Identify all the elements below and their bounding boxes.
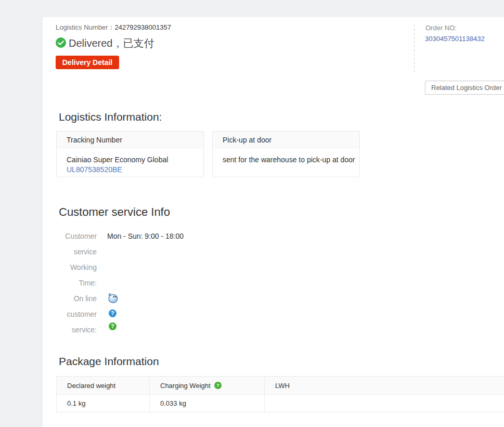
- related-logistics-order-button[interactable]: Related Logistics Order: [425, 81, 504, 95]
- online-customer-service-icons: ? ?: [108, 293, 120, 330]
- declared-weight-value-text: 0.1 kg: [67, 399, 85, 407]
- tracking-carrier-name: Cainiao Super Economy Global: [67, 155, 193, 165]
- cs-label-line: Working: [43, 260, 97, 275]
- package-table-data-row: 0.1 kg 0.033 kg: [56, 395, 504, 412]
- pickup-card-body: sent for the warehouse to pick-up at doo…: [213, 148, 359, 165]
- wangwang-chat-icon[interactable]: [108, 293, 120, 309]
- package-information-table: Declared weight Charging Weight ? LWH 0.…: [56, 376, 504, 412]
- order-no-link[interactable]: 3030457501138432: [425, 35, 485, 43]
- pickup-card-text: sent for the warehouse to pick-up at doo…: [223, 155, 350, 165]
- cs-label-line: Time:: [43, 275, 97, 291]
- help-green-icon[interactable]: ?: [108, 322, 120, 330]
- lwh-header: LWH: [265, 377, 504, 394]
- package-information-title: Package Information: [59, 355, 159, 368]
- declared-weight-header-label: Declared weight: [67, 382, 115, 390]
- tracking-number-card-header: Tracking Number: [57, 132, 203, 148]
- cs-label-line: Customer: [43, 228, 97, 244]
- delivery-detail-button[interactable]: Delivery Detail: [56, 56, 119, 69]
- logistics-number-value: 242792938001357: [114, 23, 171, 31]
- help-blue-icon[interactable]: ?: [108, 309, 120, 317]
- vertical-dashed-divider: [414, 24, 415, 74]
- working-time-value: Mon - Sun: 9:00 - 18:00: [107, 228, 184, 244]
- lwh-header-label: LWH: [275, 382, 290, 390]
- pickup-at-door-card: Pick-up at door sent for the warehouse t…: [212, 131, 360, 177]
- lwh-value: [265, 395, 504, 412]
- logistics-number-row: Logistics Number：242792938001357: [56, 23, 171, 32]
- svg-text:?: ?: [216, 382, 219, 388]
- check-circle-icon: [56, 37, 66, 48]
- declared-weight-value: 0.1 kg: [56, 395, 150, 412]
- charging-weight-header-label: Charging Weight: [160, 382, 211, 390]
- logistics-number-label: Logistics Number：: [56, 23, 114, 31]
- charging-weight-value: 0.033 kg: [150, 395, 265, 412]
- charging-weight-help-icon[interactable]: ?: [214, 382, 222, 389]
- customer-service-title: Customer service Info: [59, 205, 170, 219]
- pickup-card-header: Pick-up at door: [213, 132, 359, 148]
- tracking-card-body: Cainiao Super Economy Global UL807538520…: [57, 148, 203, 175]
- order-no-label: Order NO:: [425, 24, 457, 32]
- cs-label-line: On line: [43, 291, 97, 306]
- svg-text:?: ?: [111, 323, 114, 329]
- cs-label-line: service:: [43, 322, 97, 338]
- declared-weight-header: Declared weight: [56, 377, 150, 394]
- tracking-number-line: UL807538520BE: [67, 165, 193, 175]
- package-table-header-row: Declared weight Charging Weight ? LWH: [56, 376, 504, 395]
- charging-weight-header: Charging Weight ?: [150, 377, 265, 394]
- svg-text:?: ?: [111, 310, 114, 316]
- logistics-detail-page: Logistics Number：242792938001357 Deliver…: [0, 0, 504, 427]
- charging-weight-value-text: 0.033 kg: [160, 399, 186, 407]
- cs-label-line: customer: [43, 306, 97, 322]
- delivery-status-text: Delivered，已支付: [69, 36, 154, 50]
- tracking-number-link[interactable]: UL807538520BE: [67, 165, 122, 174]
- logistics-information-title: Logistics Information:: [59, 111, 162, 123]
- cs-label-line: service: [43, 244, 97, 260]
- tracking-number-card: Tracking Number Cainiao Super Economy Gl…: [56, 131, 204, 177]
- customer-service-labels: Customer service Working Time: On line c…: [43, 228, 97, 338]
